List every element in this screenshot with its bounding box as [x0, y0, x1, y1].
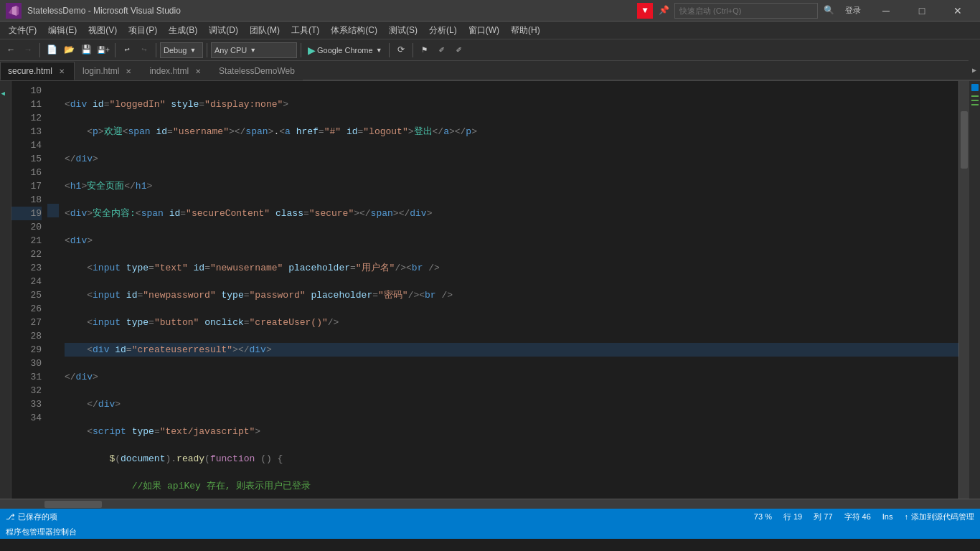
- back-button[interactable]: ←: [3, 42, 19, 58]
- redo-button[interactable]: ↪: [136, 42, 152, 58]
- login-button[interactable]: 登录: [839, 5, 867, 16]
- menu-bar: 文件(F) 编辑(E) 视图(V) 项目(P) 生成(B) 调试(D) 团队(M…: [0, 22, 980, 39]
- sep2: [115, 43, 116, 57]
- branch-icon: ⎇: [6, 512, 15, 522]
- close-button[interactable]: ✕: [941, 0, 974, 22]
- bp-10: [47, 81, 59, 95]
- up-arrow-icon: ↑: [905, 512, 909, 521]
- forward-button[interactable]: →: [20, 42, 36, 58]
- bp-33: [47, 395, 59, 408]
- run-button[interactable]: ▶ Google Chrome ▼: [305, 44, 385, 56]
- debug-mode-dropdown[interactable]: Debug ▼: [160, 42, 203, 58]
- platform-dropdown[interactable]: Any CPU ▼: [211, 42, 297, 58]
- sep7: [413, 43, 413, 57]
- menu-help[interactable]: 帮助(H): [505, 22, 546, 39]
- add-to-source-control[interactable]: ↑ 添加到源代码管理: [905, 512, 975, 522]
- refresh-button[interactable]: ⟳: [393, 42, 409, 58]
- new-file-button[interactable]: 📄: [44, 42, 60, 58]
- menu-view[interactable]: 视图(V): [83, 22, 123, 39]
- save-button[interactable]: 💾: [78, 42, 94, 58]
- menu-analyze[interactable]: 分析(L): [423, 22, 463, 39]
- menu-debug[interactable]: 调试(D): [203, 22, 244, 39]
- annotation-marker-3: [971, 100, 979, 101]
- search-icon[interactable]: 🔍: [821, 3, 837, 19]
- bookmark-button[interactable]: ⚑: [417, 42, 433, 58]
- tab-login-html[interactable]: login.html ✕: [75, 62, 141, 80]
- status-bar: ⎇ 已保存的项 73 % 行 19 列 77 字符 46 Ins ↑ 添加到源代…: [0, 509, 980, 524]
- bp-29: [47, 340, 59, 354]
- line-num-33: 33: [11, 397, 42, 411]
- bookmark-gutter: ◀: [1, 90, 10, 98]
- line-num-25: 25: [11, 288, 42, 302]
- bp-16: [47, 163, 59, 176]
- tab-close-login[interactable]: ✕: [123, 66, 133, 76]
- code-line-22: <script type="text/javascript">: [65, 425, 958, 438]
- line-num-19: 19: [11, 207, 42, 220]
- menu-window[interactable]: 窗口(W): [463, 22, 505, 39]
- comment-button[interactable]: ✐: [434, 42, 450, 58]
- menu-team[interactable]: 团队(M): [244, 22, 286, 39]
- tabs-spacer: [303, 80, 969, 80]
- bottom-info-bar: 程序包管理器控制台: [0, 524, 980, 539]
- uncomment-button[interactable]: ✐: [451, 42, 467, 58]
- code-editor[interactable]: 10 11 12 13 14 15 16 17 18 19 20 21 22 2…: [11, 81, 958, 499]
- col-status[interactable]: 列 77: [814, 512, 832, 522]
- annotation-panel: [969, 81, 980, 499]
- tab-close-index[interactable]: ✕: [193, 66, 203, 76]
- line-num-12: 12: [11, 111, 42, 125]
- line-num-13: 13: [11, 125, 42, 138]
- code-line-17: <input id="newpassword" type="password" …: [65, 288, 958, 302]
- menu-arch[interactable]: 体系结构(C): [325, 22, 383, 39]
- undo-button[interactable]: ↩: [119, 42, 135, 58]
- horizontal-scrollbar-thumb[interactable]: [44, 501, 102, 508]
- line-num-34: 34: [11, 411, 42, 425]
- minimize-button[interactable]: ─: [870, 0, 903, 22]
- sep4: [207, 43, 207, 57]
- code-line-13: <h1>安全页面</h1>: [65, 179, 958, 193]
- tab-scroll-right[interactable]: ▶: [969, 60, 980, 80]
- source-control-status[interactable]: ⎇ 已保存的项: [6, 512, 57, 522]
- menu-tools[interactable]: 工具(T): [286, 22, 325, 39]
- zoom-status[interactable]: 73 %: [754, 512, 772, 522]
- tab-stateless-web[interactable]: StatelessDemoWeb: [211, 62, 303, 80]
- title-bar-left: StatelessDemo - Microsoft Visual Studio: [6, 3, 181, 19]
- tab-close-secure[interactable]: ✕: [57, 66, 67, 76]
- bp-28: [47, 326, 59, 340]
- bottom-info-text: 程序包管理器控制台: [6, 527, 77, 537]
- code-line-24: //如果 apiKey 存在, 则表示用户已登录: [65, 479, 958, 493]
- menu-test[interactable]: 测试(S): [383, 22, 423, 39]
- pin-button[interactable]: 📌: [656, 3, 672, 19]
- tab-label-secure: secure.html: [8, 66, 52, 76]
- insert-mode-status[interactable]: Ins: [882, 512, 893, 522]
- scrollbar-panel[interactable]: [958, 81, 969, 499]
- line-num-20: 20: [11, 220, 42, 234]
- bp-11: [47, 95, 59, 108]
- play-icon: ▶: [308, 44, 316, 56]
- menu-edit[interactable]: 编辑(E): [42, 22, 83, 39]
- bp-27: [47, 313, 59, 326]
- bp-17: [47, 176, 59, 190]
- row-status[interactable]: 行 19: [783, 512, 802, 522]
- bp-13: [47, 122, 59, 136]
- line-num-23: 23: [11, 261, 42, 275]
- quick-search-input[interactable]: [674, 3, 818, 19]
- char-label: 字符 46: [844, 512, 871, 522]
- code-line-11: <p>欢迎<span id="username"></span>.<a href…: [65, 125, 958, 138]
- code-line-23: $(document).ready(function () {: [65, 452, 958, 466]
- menu-build[interactable]: 生成(B): [163, 22, 203, 39]
- maximize-button[interactable]: □: [905, 0, 938, 22]
- tab-index-html[interactable]: index.html ✕: [141, 62, 211, 80]
- horizontal-scrollbar[interactable]: [0, 499, 980, 509]
- run-dropdown-arrow[interactable]: ▼: [376, 47, 382, 54]
- vertical-scrollbar-thumb[interactable]: [961, 111, 968, 169]
- line-num-32: 32: [11, 384, 42, 397]
- code-content[interactable]: <div id="loggedIn" style="display:none">…: [59, 81, 958, 499]
- open-file-button[interactable]: 📂: [61, 42, 77, 58]
- save-all-button[interactable]: 💾+: [95, 42, 111, 58]
- bp-30: [47, 354, 59, 367]
- tab-secure-html[interactable]: secure.html ✕: [0, 62, 75, 80]
- menu-file[interactable]: 文件(F): [3, 22, 42, 39]
- menu-project[interactable]: 项目(P): [123, 22, 163, 39]
- filter-icon: ▼: [637, 3, 653, 19]
- line-num-17: 17: [11, 179, 42, 193]
